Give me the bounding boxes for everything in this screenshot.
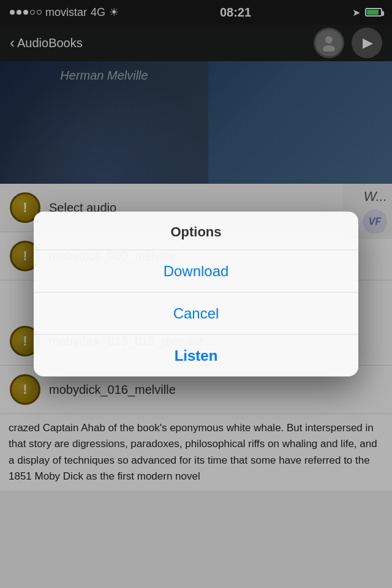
modal-title: Options xyxy=(170,224,221,239)
modal-title-row: Options xyxy=(34,212,358,251)
modal-overlay[interactable]: Options Download Cancel Listen xyxy=(0,0,392,588)
options-modal: Options Download Cancel Listen xyxy=(34,212,358,377)
listen-button[interactable]: Listen xyxy=(34,335,358,377)
cancel-button[interactable]: Cancel xyxy=(34,293,358,335)
download-button[interactable]: Download xyxy=(34,251,358,293)
